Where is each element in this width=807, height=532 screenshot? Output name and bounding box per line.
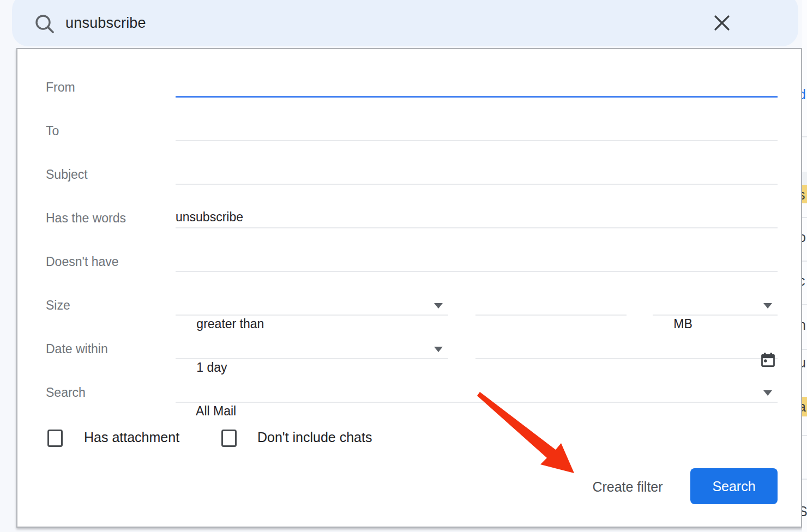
subject-input[interactable]: [176, 164, 778, 185]
clear-search-icon[interactable]: [713, 14, 731, 34]
from-input[interactable]: [176, 76, 778, 98]
dont-include-chats-label: Don't include chats: [257, 426, 372, 448]
chevron-down-icon: [763, 303, 772, 309]
filter-row-size: Size greater than MB: [17, 294, 801, 316]
text-fragment: d: [802, 87, 806, 101]
text-fragment: S: [802, 504, 807, 518]
to-label: To: [46, 120, 59, 142]
row-band: [802, 172, 807, 185]
has-words-value: unsubscribe: [176, 210, 243, 224]
date-input[interactable]: [475, 338, 778, 359]
search-scope-value: All Mail: [196, 404, 236, 418]
has-words-label: Has the words: [46, 207, 126, 229]
size-unit-value: MB: [673, 317, 692, 331]
dont-include-chats-checkbox[interactable]: [221, 430, 237, 447]
size-unit-select[interactable]: MB: [653, 294, 778, 316]
chevron-down-icon: [763, 390, 772, 396]
search-input[interactable]: unsubscribe: [65, 0, 146, 46]
search-scope-select[interactable]: All Mail: [176, 382, 778, 403]
divider: [802, 435, 807, 436]
doesnt-have-input[interactable]: [176, 251, 778, 272]
divider: [802, 261, 807, 262]
search-icon: [34, 13, 56, 37]
date-within-label: Date within: [46, 338, 108, 360]
filter-row-date-within: Date within 1 day: [17, 338, 801, 360]
date-range-value: 1 day: [196, 360, 227, 374]
filter-row-search-scope: Search All Mail: [17, 382, 801, 403]
has-attachment-label: Has attachment: [84, 426, 179, 448]
text-fragment: u: [802, 355, 806, 370]
chevron-down-icon: [434, 303, 443, 309]
text-fragment: n: [802, 318, 806, 332]
filter-row-doesnt-have: Doesn't have: [17, 251, 801, 273]
filter-row-from: From: [17, 76, 801, 98]
filter-row-subject: Subject: [17, 164, 801, 185]
subject-label: Subject: [46, 164, 88, 185]
size-amount-input[interactable]: [475, 294, 627, 316]
chevron-down-icon: [434, 347, 443, 352]
background-page-edge: d s o c n u a S: [802, 0, 807, 532]
text-fragment: a: [802, 400, 806, 414]
create-filter-button[interactable]: Create filter: [573, 475, 682, 497]
doesnt-have-label: Doesn't have: [46, 251, 119, 273]
text-fragment: s: [802, 188, 805, 202]
text-fragment: c: [802, 274, 805, 288]
date-range-select[interactable]: 1 day: [176, 338, 448, 359]
search-filter-panel: From To Subject Has the words unsubscrib…: [16, 48, 802, 528]
search-button[interactable]: Search: [690, 468, 778, 504]
divider: [802, 349, 807, 350]
from-label: From: [46, 76, 75, 98]
divider: [802, 136, 807, 137]
filter-row-has-words: Has the words unsubscribe: [17, 207, 801, 229]
divider: [802, 304, 807, 305]
has-attachment-checkbox[interactable]: [47, 430, 63, 447]
to-input[interactable]: [176, 120, 778, 141]
filter-row-to: To: [17, 120, 801, 142]
size-comparator-select[interactable]: greater than: [176, 294, 448, 316]
size-comparator-value: greater than: [196, 317, 264, 331]
has-words-input[interactable]: unsubscribe: [176, 207, 778, 228]
size-label: Size: [46, 294, 70, 316]
text-fragment: o: [802, 230, 806, 244]
search-scope-label: Search: [46, 382, 86, 403]
divider: [802, 217, 807, 218]
divider: [802, 479, 807, 480]
search-bar[interactable]: unsubscribe: [12, 0, 798, 46]
